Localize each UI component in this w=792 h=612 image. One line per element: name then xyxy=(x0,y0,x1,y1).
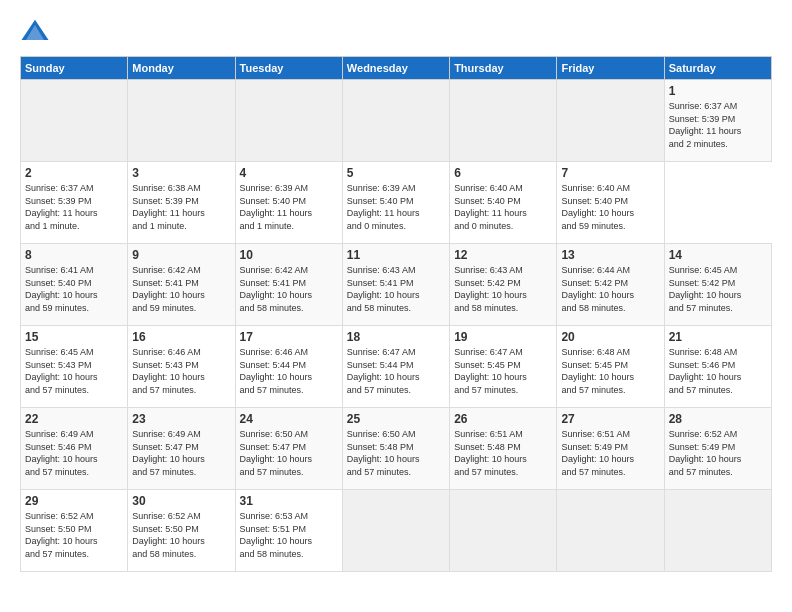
day-info: Sunrise: 6:45 AM Sunset: 5:42 PM Dayligh… xyxy=(669,264,767,314)
calendar-cell xyxy=(21,80,128,162)
day-info: Sunrise: 6:39 AM Sunset: 5:40 PM Dayligh… xyxy=(347,182,445,232)
calendar-cell: 16Sunrise: 6:46 AM Sunset: 5:43 PM Dayli… xyxy=(128,326,235,408)
calendar-cell: 21Sunrise: 6:48 AM Sunset: 5:46 PM Dayli… xyxy=(664,326,771,408)
day-number: 9 xyxy=(132,248,230,262)
calendar-week-row: 8Sunrise: 6:41 AM Sunset: 5:40 PM Daylig… xyxy=(21,244,772,326)
calendar-cell: 26Sunrise: 6:51 AM Sunset: 5:48 PM Dayli… xyxy=(450,408,557,490)
calendar-week-row: 22Sunrise: 6:49 AM Sunset: 5:46 PM Dayli… xyxy=(21,408,772,490)
calendar-cell: 20Sunrise: 6:48 AM Sunset: 5:45 PM Dayli… xyxy=(557,326,664,408)
calendar-week-row: 2Sunrise: 6:37 AM Sunset: 5:39 PM Daylig… xyxy=(21,162,772,244)
day-info: Sunrise: 6:52 AM Sunset: 5:50 PM Dayligh… xyxy=(132,510,230,560)
day-number: 3 xyxy=(132,166,230,180)
day-number: 29 xyxy=(25,494,123,508)
calendar-cell: 15Sunrise: 6:45 AM Sunset: 5:43 PM Dayli… xyxy=(21,326,128,408)
calendar-cell: 30Sunrise: 6:52 AM Sunset: 5:50 PM Dayli… xyxy=(128,490,235,572)
calendar-table: SundayMondayTuesdayWednesdayThursdayFrid… xyxy=(20,56,772,572)
day-number: 25 xyxy=(347,412,445,426)
day-info: Sunrise: 6:51 AM Sunset: 5:49 PM Dayligh… xyxy=(561,428,659,478)
day-number: 1 xyxy=(669,84,767,98)
day-info: Sunrise: 6:43 AM Sunset: 5:42 PM Dayligh… xyxy=(454,264,552,314)
day-number: 12 xyxy=(454,248,552,262)
calendar-cell: 28Sunrise: 6:52 AM Sunset: 5:49 PM Dayli… xyxy=(664,408,771,490)
day-info: Sunrise: 6:37 AM Sunset: 5:39 PM Dayligh… xyxy=(669,100,767,150)
day-number: 15 xyxy=(25,330,123,344)
day-number: 8 xyxy=(25,248,123,262)
calendar-cell: 3Sunrise: 6:38 AM Sunset: 5:39 PM Daylig… xyxy=(128,162,235,244)
day-info: Sunrise: 6:44 AM Sunset: 5:42 PM Dayligh… xyxy=(561,264,659,314)
day-number: 4 xyxy=(240,166,338,180)
calendar-cell: 4Sunrise: 6:39 AM Sunset: 5:40 PM Daylig… xyxy=(235,162,342,244)
day-info: Sunrise: 6:38 AM Sunset: 5:39 PM Dayligh… xyxy=(132,182,230,232)
day-info: Sunrise: 6:39 AM Sunset: 5:40 PM Dayligh… xyxy=(240,182,338,232)
weekday-header-row: SundayMondayTuesdayWednesdayThursdayFrid… xyxy=(21,57,772,80)
calendar-cell: 19Sunrise: 6:47 AM Sunset: 5:45 PM Dayli… xyxy=(450,326,557,408)
day-info: Sunrise: 6:50 AM Sunset: 5:47 PM Dayligh… xyxy=(240,428,338,478)
weekday-header: Saturday xyxy=(664,57,771,80)
calendar-cell xyxy=(342,490,449,572)
day-info: Sunrise: 6:46 AM Sunset: 5:43 PM Dayligh… xyxy=(132,346,230,396)
logo-icon xyxy=(20,16,50,46)
calendar-cell: 27Sunrise: 6:51 AM Sunset: 5:49 PM Dayli… xyxy=(557,408,664,490)
day-number: 13 xyxy=(561,248,659,262)
calendar-week-row: 1Sunrise: 6:37 AM Sunset: 5:39 PM Daylig… xyxy=(21,80,772,162)
day-number: 23 xyxy=(132,412,230,426)
day-info: Sunrise: 6:47 AM Sunset: 5:44 PM Dayligh… xyxy=(347,346,445,396)
day-number: 31 xyxy=(240,494,338,508)
day-number: 19 xyxy=(454,330,552,344)
calendar-cell: 31Sunrise: 6:53 AM Sunset: 5:51 PM Dayli… xyxy=(235,490,342,572)
calendar-cell: 13Sunrise: 6:44 AM Sunset: 5:42 PM Dayli… xyxy=(557,244,664,326)
day-info: Sunrise: 6:48 AM Sunset: 5:45 PM Dayligh… xyxy=(561,346,659,396)
day-info: Sunrise: 6:40 AM Sunset: 5:40 PM Dayligh… xyxy=(454,182,552,232)
day-number: 24 xyxy=(240,412,338,426)
calendar-cell xyxy=(450,80,557,162)
day-info: Sunrise: 6:50 AM Sunset: 5:48 PM Dayligh… xyxy=(347,428,445,478)
day-number: 22 xyxy=(25,412,123,426)
weekday-header: Sunday xyxy=(21,57,128,80)
calendar-cell: 29Sunrise: 6:52 AM Sunset: 5:50 PM Dayli… xyxy=(21,490,128,572)
calendar-cell: 18Sunrise: 6:47 AM Sunset: 5:44 PM Dayli… xyxy=(342,326,449,408)
weekday-header: Wednesday xyxy=(342,57,449,80)
logo xyxy=(20,16,54,46)
day-number: 28 xyxy=(669,412,767,426)
day-info: Sunrise: 6:53 AM Sunset: 5:51 PM Dayligh… xyxy=(240,510,338,560)
header xyxy=(20,16,772,46)
calendar-cell: 1Sunrise: 6:37 AM Sunset: 5:39 PM Daylig… xyxy=(664,80,771,162)
day-number: 30 xyxy=(132,494,230,508)
calendar-week-row: 29Sunrise: 6:52 AM Sunset: 5:50 PM Dayli… xyxy=(21,490,772,572)
calendar-cell xyxy=(557,80,664,162)
day-number: 10 xyxy=(240,248,338,262)
day-number: 16 xyxy=(132,330,230,344)
calendar-cell: 5Sunrise: 6:39 AM Sunset: 5:40 PM Daylig… xyxy=(342,162,449,244)
calendar-cell: 10Sunrise: 6:42 AM Sunset: 5:41 PM Dayli… xyxy=(235,244,342,326)
calendar-cell: 25Sunrise: 6:50 AM Sunset: 5:48 PM Dayli… xyxy=(342,408,449,490)
day-info: Sunrise: 6:42 AM Sunset: 5:41 PM Dayligh… xyxy=(132,264,230,314)
day-number: 6 xyxy=(454,166,552,180)
calendar-cell: 2Sunrise: 6:37 AM Sunset: 5:39 PM Daylig… xyxy=(21,162,128,244)
calendar-cell: 8Sunrise: 6:41 AM Sunset: 5:40 PM Daylig… xyxy=(21,244,128,326)
calendar-cell xyxy=(557,490,664,572)
calendar-cell xyxy=(235,80,342,162)
calendar-cell xyxy=(342,80,449,162)
day-info: Sunrise: 6:49 AM Sunset: 5:47 PM Dayligh… xyxy=(132,428,230,478)
day-info: Sunrise: 6:52 AM Sunset: 5:49 PM Dayligh… xyxy=(669,428,767,478)
day-number: 5 xyxy=(347,166,445,180)
day-number: 17 xyxy=(240,330,338,344)
day-info: Sunrise: 6:42 AM Sunset: 5:41 PM Dayligh… xyxy=(240,264,338,314)
calendar-cell: 6Sunrise: 6:40 AM Sunset: 5:40 PM Daylig… xyxy=(450,162,557,244)
calendar-cell: 11Sunrise: 6:43 AM Sunset: 5:41 PM Dayli… xyxy=(342,244,449,326)
calendar-cell: 22Sunrise: 6:49 AM Sunset: 5:46 PM Dayli… xyxy=(21,408,128,490)
day-info: Sunrise: 6:46 AM Sunset: 5:44 PM Dayligh… xyxy=(240,346,338,396)
calendar-cell: 7Sunrise: 6:40 AM Sunset: 5:40 PM Daylig… xyxy=(557,162,664,244)
calendar-cell: 14Sunrise: 6:45 AM Sunset: 5:42 PM Dayli… xyxy=(664,244,771,326)
day-info: Sunrise: 6:45 AM Sunset: 5:43 PM Dayligh… xyxy=(25,346,123,396)
day-number: 11 xyxy=(347,248,445,262)
day-info: Sunrise: 6:37 AM Sunset: 5:39 PM Dayligh… xyxy=(25,182,123,232)
day-number: 27 xyxy=(561,412,659,426)
day-info: Sunrise: 6:48 AM Sunset: 5:46 PM Dayligh… xyxy=(669,346,767,396)
day-number: 2 xyxy=(25,166,123,180)
day-info: Sunrise: 6:40 AM Sunset: 5:40 PM Dayligh… xyxy=(561,182,659,232)
calendar-cell xyxy=(664,490,771,572)
weekday-header: Friday xyxy=(557,57,664,80)
calendar-cell: 24Sunrise: 6:50 AM Sunset: 5:47 PM Dayli… xyxy=(235,408,342,490)
day-number: 18 xyxy=(347,330,445,344)
